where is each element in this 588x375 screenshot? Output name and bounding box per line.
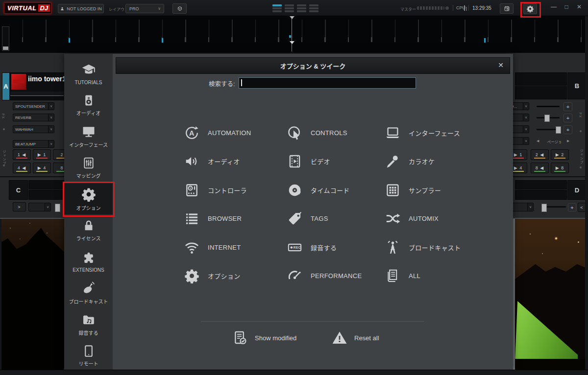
fx1-add-button[interactable]: + xyxy=(564,102,572,111)
fx-slot-1-dropdown[interactable]: SPOUTSENDER ∨ xyxy=(13,102,54,110)
tablet-icon xyxy=(82,344,96,358)
panel-splitter[interactable] xyxy=(513,219,515,370)
deck-b-fx-slot-3-dropdown[interactable]: ∨ xyxy=(513,125,529,133)
category-sampler[interactable]: サンプラー xyxy=(382,176,483,205)
deck-d-add-button[interactable]: + xyxy=(568,203,576,211)
category-label: ビデオ xyxy=(311,157,330,166)
sidebar-item-extensions[interactable]: EXTENSIONS xyxy=(64,246,113,277)
maximize-button[interactable]: □ xyxy=(562,3,571,10)
layout-value: PRO xyxy=(129,6,139,11)
beatjump-fwd-1[interactable]: ▶ 1 xyxy=(33,149,51,160)
deck-d-slider-knob[interactable] xyxy=(541,204,547,212)
beatjump-back-2[interactable]: 2 xyxy=(53,149,64,160)
album-art xyxy=(11,74,26,90)
category-browser[interactable]: BROWSER xyxy=(181,205,284,234)
category-video[interactable]: ビデオ xyxy=(284,147,382,176)
sidebar-item-broadcast[interactable]: ブロードキャスト xyxy=(64,277,113,308)
sidebar-item-label: オーディオ xyxy=(76,109,100,117)
search-input[interactable] xyxy=(239,78,416,88)
fx1-slider-track[interactable] xyxy=(537,106,560,107)
dialog-close-button[interactable]: ✕ xyxy=(498,61,504,69)
chevron-down-icon: ∨ xyxy=(45,203,50,211)
deck-c-dropdown[interactable]: ∨ xyxy=(28,203,51,211)
sidebar-item-audio[interactable]: オーディオ xyxy=(64,89,113,120)
beatjump-fwd-4[interactable]: ▶ 4 xyxy=(513,163,527,173)
wave-view-4[interactable] xyxy=(309,4,318,12)
category-interface[interactable]: インターフェース xyxy=(382,118,483,147)
category-automix[interactable]: AUTOMIX xyxy=(382,205,483,234)
category-all[interactable]: ALL xyxy=(382,262,483,291)
category-audio[interactable]: オーディオ xyxy=(181,147,284,176)
scheduler-button[interactable] xyxy=(500,3,514,14)
beatjump-fwd-2[interactable]: ▶ 2 xyxy=(551,149,569,160)
category-performance[interactable]: PERFORMANCE xyxy=(284,262,382,291)
deck-a-header: iimo tower1 xyxy=(10,72,64,100)
wave-view-3[interactable] xyxy=(297,4,306,12)
login-button[interactable]: NOT LOGGED IN xyxy=(58,4,104,13)
page-next-icon[interactable]: ▶ xyxy=(567,139,569,143)
minimize-button[interactable]: — xyxy=(549,3,559,10)
beatjump-fwd-4[interactable]: ▶ 4 xyxy=(33,163,51,173)
beatjump-back-4[interactable]: 4 ◀ xyxy=(13,163,31,173)
show-modified-button[interactable]: Show modified xyxy=(232,328,296,348)
fx2-add-button[interactable]: + xyxy=(564,114,572,122)
close-button[interactable]: ✕ xyxy=(574,3,584,10)
deck-d-dropdown[interactable]: ∨ xyxy=(513,203,534,211)
sidebar-item-mapping[interactable]: マッピング xyxy=(64,152,113,183)
deck-b-fx-slot-2-dropdown[interactable]: ∨ xyxy=(513,114,529,121)
sidebar-item-label: TUTORIALS xyxy=(75,80,102,85)
deck-c-expand-button[interactable]: > xyxy=(13,202,26,211)
playhead-cue xyxy=(289,35,291,38)
reset-all-button[interactable]: Reset all xyxy=(331,328,379,348)
category-karaoke[interactable]: カラオケ xyxy=(382,147,483,176)
fx-slot-3-dropdown[interactable]: WAHWAH ∨ xyxy=(13,125,54,133)
jump-side-label: ジャンプ xyxy=(1,150,6,165)
category-timecode[interactable]: タイムコード xyxy=(284,176,382,205)
deck-c-badge[interactable]: C xyxy=(9,180,28,200)
svg-text:A: A xyxy=(189,129,195,137)
fx-slot-2-dropdown[interactable]: REVERB ∨ xyxy=(13,114,54,121)
category-internet[interactable]: INTERNET xyxy=(181,233,284,262)
wave-zoom-scrollbar[interactable] xyxy=(2,26,9,51)
fx3-add-button[interactable]: + xyxy=(564,125,572,134)
login-label: NOT LOGGED IN xyxy=(67,6,101,11)
deck-b-badge[interactable]: B xyxy=(567,72,587,99)
sidebar-item-remote[interactable]: リモート xyxy=(64,340,113,371)
beatjump-fwd-1[interactable]: ▶ 1 xyxy=(513,149,527,160)
fx2-slider-knob[interactable] xyxy=(544,115,550,122)
category-controls[interactable]: CONTROLS xyxy=(284,118,382,147)
beatjump-8[interactable]: 8 xyxy=(53,163,64,173)
category-automation[interactable]: A AUTOMATION xyxy=(181,118,284,147)
sidebar-item-record[interactable]: 録音する xyxy=(64,308,113,340)
deck-b-pad-mode-dropdown[interactable]: ∨ xyxy=(513,137,529,145)
deck-a-badge[interactable]: A xyxy=(2,72,10,100)
category-tags[interactable]: TAGS xyxy=(284,205,382,234)
fx3-slider-knob[interactable] xyxy=(556,126,561,134)
waveform-display[interactable] xyxy=(0,16,588,53)
category-options[interactable]: オプション xyxy=(181,262,284,291)
wave-view-1[interactable] xyxy=(272,4,282,12)
page-prev-icon[interactable]: ◀ xyxy=(537,139,539,143)
pad-mode-dropdown[interactable]: BEATJUMP ∨ xyxy=(13,140,54,148)
search-input-wrap xyxy=(239,77,416,89)
deck-d-badge[interactable]: D xyxy=(567,180,587,200)
beatjump-fwd-8[interactable]: ▶ 8 xyxy=(551,163,569,173)
category-record[interactable]: REC 録音する xyxy=(284,233,382,262)
beatjump-back-1[interactable]: 1 ◀ xyxy=(13,149,31,160)
beatjump-back-8[interactable]: 8 ◀ xyxy=(531,163,549,173)
sidebar-item-tutorials[interactable]: TUTORIALS xyxy=(64,58,113,89)
deck-b-fx-slot-1-dropdown[interactable]: 9... ∨ xyxy=(513,102,529,110)
cube-button[interactable] xyxy=(172,3,187,14)
volume-icon xyxy=(184,153,200,169)
sidebar-item-interface[interactable]: インターフェース xyxy=(64,120,113,152)
wave-view-2[interactable] xyxy=(285,4,294,12)
category-broadcast[interactable]: ブロードキャスト xyxy=(382,233,483,262)
category-label: PERFORMANCE xyxy=(311,272,362,280)
beatjump-back-2[interactable]: 2 ◀ xyxy=(531,149,549,160)
layout-dropdown[interactable]: PRO ∨ xyxy=(125,4,164,13)
video-icon xyxy=(287,153,303,169)
sidebar-item-license[interactable]: ライセンス xyxy=(64,214,113,246)
fx-slot-3-label: WAHWAH xyxy=(15,127,33,132)
deck-c-volume-slider[interactable] xyxy=(55,204,60,212)
category-controller[interactable]: コントローラ xyxy=(181,176,284,205)
